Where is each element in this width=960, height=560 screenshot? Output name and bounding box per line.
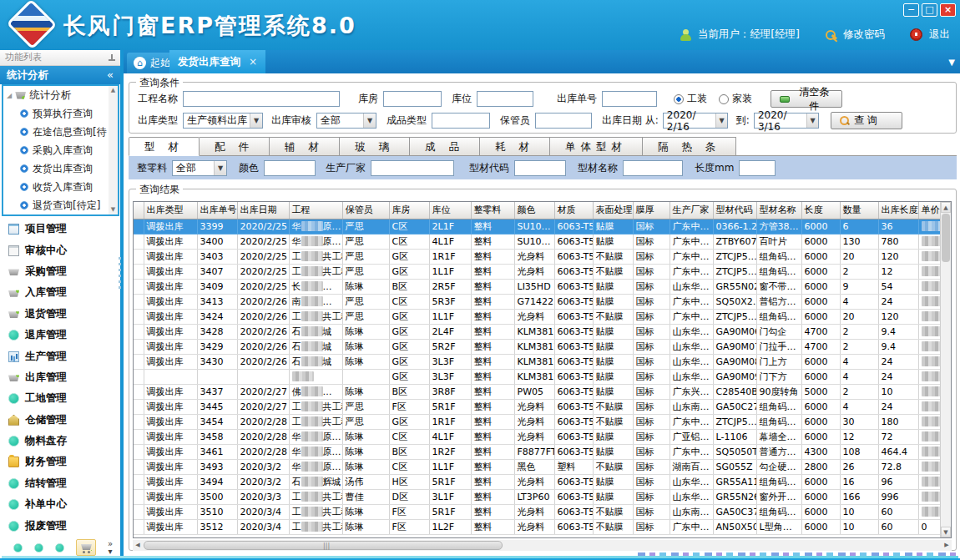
profile-code-input[interactable] <box>514 160 566 176</box>
column-header-颜色[interactable]: 颜色 <box>514 202 554 219</box>
row-selector[interactable] <box>134 504 144 519</box>
column-header-工程[interactable]: 工程 <box>289 202 342 219</box>
row-selector-header[interactable] <box>134 202 144 219</box>
project-name-input[interactable] <box>183 91 340 107</box>
tree-root-node[interactable]: ◢ 统计分析 <box>3 86 118 104</box>
table-row[interactable]: G区3L3F整料KLM38176063-T5贴膜国标山东华…GA90M09.门下… <box>134 369 952 384</box>
row-selector[interactable] <box>134 339 144 354</box>
row-selector[interactable] <box>134 384 144 399</box>
table-row[interactable]: 调拨出库34002020/2/25华原…严思C区4L1F整料SU10…6063-… <box>134 234 952 249</box>
sidebar-splitter[interactable] <box>119 257 121 290</box>
sidebar-item-结转管理[interactable]: 结转管理 <box>0 473 120 494</box>
logout-link[interactable]: 退出 <box>929 28 950 42</box>
sidebar-item-财务管理[interactable]: 财务管理 <box>0 452 120 472</box>
table-row[interactable]: 调拨出库35002020/3/3工共工程曹佳D区3L1F整料LT3P606063… <box>134 489 952 504</box>
row-selector[interactable] <box>134 459 144 474</box>
cart-menu-button[interactable] <box>76 539 96 556</box>
row-selector[interactable] <box>134 309 144 324</box>
column-header-出库日期[interactable]: 出库日期 <box>237 202 289 219</box>
row-selector[interactable] <box>134 219 144 234</box>
table-row[interactable]: 调拨出库34932020/3/2华原…陈琳C区1L1F整料黑色塑料不贴膜国标湖南… <box>134 459 952 474</box>
row-selector[interactable] <box>134 279 144 294</box>
table-row[interactable]: 调拨出库34282020/2/26石城陈琳G区2L4F整料KLM38176063… <box>134 324 952 339</box>
table-row[interactable]: 调拨出库34132020/2/26南…严思C区5R3F整料G714226063-… <box>134 294 952 309</box>
row-selector[interactable] <box>134 354 144 369</box>
scrollbar-thumb[interactable]: ||| <box>144 541 503 550</box>
search-button[interactable]: 查 询 <box>831 112 902 129</box>
outbound-type-select[interactable]: 生产领料出库▼ <box>183 113 263 129</box>
color-input[interactable] <box>264 160 316 176</box>
sidebar-item-工地管理[interactable]: 工地管理 <box>0 388 120 409</box>
sidebar-item-退库管理[interactable]: 退库管理 <box>0 325 120 346</box>
row-selector[interactable] <box>134 234 144 249</box>
jiazhuang-radio[interactable] <box>719 94 729 104</box>
column-header-型材代码[interactable]: 型材代码 <box>713 202 756 219</box>
date-from-picker[interactable]: 2020/ 2/16▼ <box>663 113 728 129</box>
row-selector[interactable] <box>134 474 144 489</box>
column-header-保管员[interactable]: 保管员 <box>342 202 389 219</box>
material-tab-隔热条[interactable]: 隔 热 条 <box>643 137 736 156</box>
close-button[interactable]: × <box>940 3 956 17</box>
tab-list-dropdown-icon[interactable]: ▼ <box>948 58 955 67</box>
tree-item-退货查询[待定][interactable]: 退货查询[待定] <box>3 196 118 214</box>
tree-vertical-scrollbar[interactable]: ▲ ▼ <box>109 86 118 214</box>
column-header-长度[interactable]: 长度 <box>801 202 840 219</box>
table-row[interactable]: 调拨出库34092020/2/25长…陈琳B区2R5F整料LI35HD6063-… <box>134 279 952 294</box>
table-row[interactable]: 调拨出库33992020/2/25华原…严思C区2L1F整料SU10…6063-… <box>134 219 952 234</box>
row-selector[interactable] <box>134 429 144 444</box>
tree-item-收货入库查询[interactable]: 收货入库查询 <box>3 178 118 196</box>
clear-conditions-button[interactable]: 清空条件 <box>771 90 842 108</box>
sidebar-item-出库管理[interactable]: 出库管理 <box>0 367 120 388</box>
pin-icon[interactable] <box>109 54 114 62</box>
scrollbar-thumb[interactable] <box>942 214 950 262</box>
table-row[interactable]: 调拨出库34372020/2/27佛…陈琳B区3R8F整料PW056063-T5… <box>134 384 952 399</box>
sidebar-item-项目管理[interactable]: 项目管理 <box>0 219 120 240</box>
table-row[interactable]: 调拨出库34302020/2/26石城陈琳G区3L3F整料KLM38176063… <box>134 354 952 369</box>
row-selector[interactable] <box>134 399 144 414</box>
material-tab-单体型材[interactable]: 单体型材 <box>550 137 643 156</box>
table-row[interactable]: 调拨出库34452020/2/27工共工程严思F区5R1F整料光身料6063-T… <box>134 399 952 414</box>
material-tab-玻璃[interactable]: 玻 璃 <box>340 137 410 156</box>
scroll-left-icon[interactable]: ◀ <box>133 540 143 551</box>
menu-dot-icon[interactable] <box>13 543 23 552</box>
expander-icon[interactable]: ◢ <box>7 92 12 99</box>
row-selector[interactable] <box>134 294 144 309</box>
audit-select[interactable]: 全部▼ <box>316 113 376 129</box>
sidebar-item-审核中心[interactable]: 审核中心 <box>0 240 120 260</box>
column-header-数量[interactable]: 数量 <box>840 202 878 219</box>
keeper-input[interactable] <box>535 113 592 129</box>
sidebar-section-header[interactable]: 统计分析 « <box>0 66 120 84</box>
row-selector[interactable] <box>134 249 144 264</box>
gongzhuang-radio[interactable] <box>674 94 684 104</box>
table-row[interactable]: 调拨出库34942020/3/2石辉城汤伟H区5R1F整料光身料6063-T5贴… <box>134 474 952 489</box>
tree-item-发货出库查询[interactable]: 发货出库查询 <box>3 159 118 178</box>
table-row[interactable]: 调拨出库34542020/2/28工共工程严思G区1R1F整料光身料6063-T… <box>134 414 952 429</box>
material-tab-型材[interactable]: 型 材 <box>129 137 200 156</box>
material-tab-成品[interactable]: 成 品 <box>410 137 480 156</box>
length-input[interactable] <box>739 160 776 176</box>
table-row[interactable]: 调拨出库35122020/3/4工共工程陈琳F区1L2F整料光身料6063-T5… <box>134 519 952 534</box>
factory-input[interactable] <box>371 160 454 176</box>
tree-item-在途信息查询[待[interactable]: 在途信息查询[待 <box>3 123 118 141</box>
minimize-button[interactable]: − <box>903 3 919 17</box>
scroll-up-icon[interactable]: ▲ <box>109 86 118 95</box>
change-password-link[interactable]: 修改密码 <box>843 28 885 42</box>
scroll-down-icon[interactable]: ▼ <box>941 527 951 537</box>
profile-name-input[interactable] <box>623 160 683 176</box>
tab-close-icon[interactable]: × <box>249 56 257 68</box>
product-type-input[interactable] <box>432 113 490 129</box>
sidebar-item-报废管理[interactable]: 报废管理 <box>0 515 120 536</box>
overflow-chevron-icon[interactable]: »▾ <box>108 540 113 555</box>
gongzhuang-radio-label[interactable]: 工装 <box>687 92 707 106</box>
column-header-出库长度[interactable]: 出库长度 <box>878 202 918 219</box>
material-tab-耗材[interactable]: 耗 材 <box>480 137 550 156</box>
tree-item-预算执行查询[interactable]: 预算执行查询 <box>3 104 118 123</box>
sidebar-item-补单中心[interactable]: 补单中心 <box>0 494 120 515</box>
row-selector[interactable] <box>134 444 144 459</box>
sidebar-item-物料盘存[interactable]: 物料盘存 <box>0 431 120 452</box>
sidebar-item-采购管理[interactable]: 采购管理 <box>0 261 120 282</box>
column-header-材质[interactable]: 材质 <box>554 202 593 219</box>
table-row[interactable]: 调拨出库35102020/3/4工共工程陈琳F区5R1F整料光身料6063-T5… <box>134 504 952 519</box>
scroll-right-icon[interactable]: ▶ <box>942 540 952 551</box>
collapse-icon[interactable]: « <box>107 66 114 84</box>
